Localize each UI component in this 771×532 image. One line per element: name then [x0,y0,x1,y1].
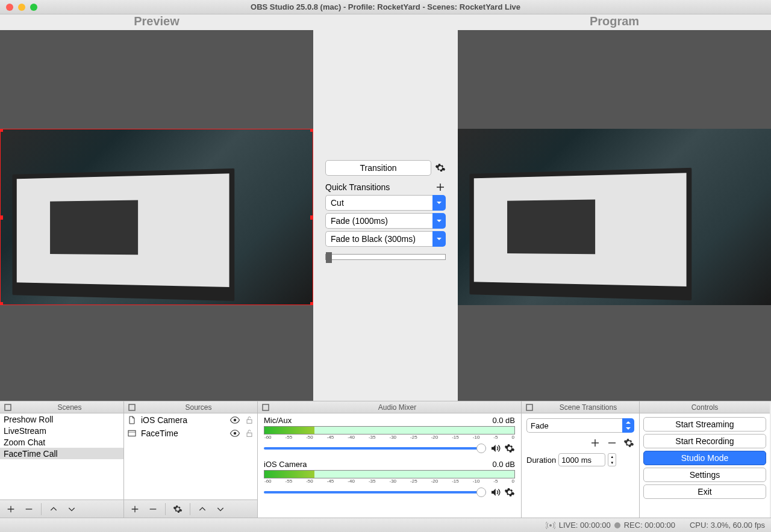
svg-rect-7 [263,404,269,410]
popout-icon[interactable] [126,402,137,413]
broadcast-icon [546,521,555,530]
svg-point-5 [234,432,237,435]
svg-point-2 [234,419,237,422]
sources-toolbar [124,500,257,518]
gear-icon[interactable] [435,162,446,173]
scene-item[interactable]: Preshow Roll [0,413,123,425]
source-item[interactable]: FaceTime [124,427,257,440]
transition-settings-button[interactable] [623,438,634,448]
exit-button[interactable]: Exit [643,484,766,499]
svg-rect-1 [129,404,135,410]
eye-icon[interactable] [229,415,240,425]
scene-icon [126,428,137,439]
start-recording-button[interactable]: Start Recording [643,434,766,448]
duration-input[interactable] [558,453,605,466]
scenes-toolbar [0,500,123,518]
start-streaming-button[interactable]: Start Streaming [643,417,766,431]
quick-transition-select[interactable]: Fade to Black (300ms) [325,231,446,247]
svg-rect-0 [5,404,11,410]
svg-rect-8 [526,404,532,410]
tbar-slider[interactable] [325,254,446,260]
scene-item[interactable]: Zoom Chat [0,436,123,448]
add-quick-transition-button[interactable] [435,182,446,193]
add-scene-button[interactable] [2,502,19,516]
scene-up-button[interactable] [45,502,62,516]
lock-icon[interactable] [244,428,255,439]
quick-transition-value: Fade to Black (300ms) [325,231,432,247]
scene-item[interactable]: LiveStream [0,425,123,436]
source-up-button[interactable] [194,502,211,516]
eye-icon[interactable] [229,428,240,439]
svg-rect-6 [247,433,252,436]
preview-label: Preview [0,14,313,30]
speaker-icon[interactable] [490,443,501,454]
bottom-panels: Scenes Preshow RollLiveStreamZoom ChatFa… [0,401,771,518]
mixer-title: Audio Mixer [273,403,521,412]
remove-scene-button[interactable] [20,502,37,516]
file-icon [126,415,137,425]
gear-icon[interactable] [504,487,515,498]
popout-icon[interactable] [260,402,271,413]
vu-meter: -60-55-50-45-40-35-30-25-20-15-10-50 [264,470,515,478]
status-cpu: CPU: 3.0%, 60.00 fps [690,521,765,530]
vu-meter: -60-55-50-45-40-35-30-25-20-15-10-50 [264,426,515,435]
scenes-title: Scenes [16,403,123,412]
lock-icon[interactable] [244,415,255,425]
svg-point-9 [549,524,552,527]
transition-select-value: Fade [526,418,622,433]
scene-down-button[interactable] [63,502,80,516]
mixer-track: Mic/Aux0.0 dB-60-55-50-45-40-35-30-25-20… [264,416,515,454]
preview-canvas[interactable] [0,30,313,401]
sources-title: Sources [140,403,257,412]
quick-transitions-label: Quick Transitions [325,182,390,192]
source-down-button[interactable] [212,502,229,516]
preview-headers: Preview Program [0,14,771,30]
rec-dot-icon [614,522,620,528]
transition-panel: Transition Quick Transitions CutFade (10… [313,30,458,401]
track-db: 0.0 dB [492,460,515,469]
scene-transitions-title: Scene Transitions [537,403,639,412]
quick-transition-select[interactable]: Fade (1000ms) [325,213,446,229]
chevron-down-icon [432,195,446,211]
chevron-down-icon [432,213,446,229]
add-transition-button[interactable] [590,438,601,448]
titlebar: OBS Studio 25.0.8 (mac) - Profile: Rocke… [0,0,771,14]
track-name: iOS Camera [264,460,307,469]
scene-item[interactable]: FaceTime Call [0,448,123,459]
duration-label: Duration [526,456,556,465]
settings-button[interactable]: Settings [643,468,766,482]
gear-icon[interactable] [504,443,515,454]
status-rec: REC: 00:00:00 [624,521,675,530]
status-live: LIVE: 00:00:00 [559,521,611,530]
controls-panel: Controls Start StreamingStart RecordingS… [640,401,770,518]
chevron-down-icon [432,231,446,247]
scene-transitions-panel: Scene Transitions Fade Duration ▲▼ [522,401,640,518]
popout-icon[interactable] [2,402,13,413]
quick-transition-select[interactable]: Cut [325,195,446,211]
svg-rect-4 [128,430,136,436]
popout-icon[interactable] [524,402,535,413]
volume-slider[interactable] [264,491,486,493]
transition-select[interactable]: Fade [526,418,634,433]
remove-source-button[interactable] [145,502,161,516]
chevron-updown-icon [622,418,634,433]
preview-video[interactable] [0,129,313,305]
program-canvas[interactable] [458,30,771,401]
program-video [458,129,771,305]
source-properties-button[interactable] [169,502,186,516]
mixer-track: iOS Camera0.0 dB-60-55-50-45-40-35-30-25… [264,460,515,498]
track-name: Mic/Aux [264,416,292,425]
controls-title: Controls [640,403,770,412]
source-item[interactable]: iOS Camera [124,413,257,427]
studio-mode-button[interactable]: Studio Mode [643,451,766,465]
quick-transition-value: Fade (1000ms) [325,213,432,229]
audio-mixer-panel: Audio Mixer Mic/Aux0.0 dB-60-55-50-45-40… [258,401,522,518]
remove-transition-button[interactable] [607,438,617,448]
volume-slider[interactable] [264,447,486,450]
add-source-button[interactable] [126,502,143,516]
sources-panel: Sources iOS CameraFaceTime [124,401,258,518]
status-bar: LIVE: 00:00:00 REC: 00:00:00 CPU: 3.0%, … [0,518,771,532]
duration-spinner[interactable]: ▲▼ [608,453,616,466]
speaker-icon[interactable] [490,487,501,498]
transition-button[interactable]: Transition [325,160,431,176]
